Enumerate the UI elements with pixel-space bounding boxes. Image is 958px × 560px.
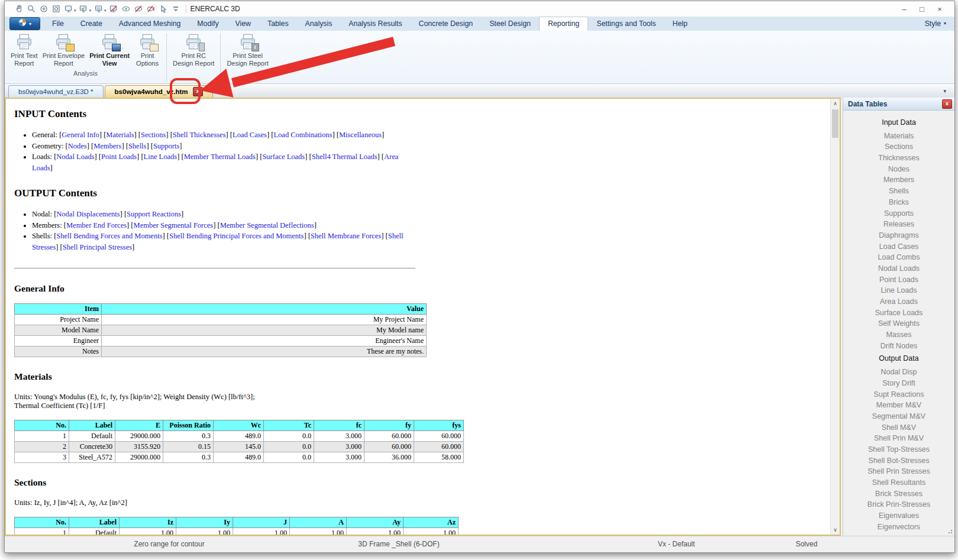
report-link[interactable]: Shell Bending Forces and Moments <box>56 232 162 240</box>
scroll-down-arrow[interactable]: ∨ <box>833 525 837 535</box>
panel-item-load-combs[interactable]: Load Combs <box>843 252 954 263</box>
print-rc-design-report-button[interactable]: Print RC Design Report <box>170 31 217 83</box>
panel-item-area-loads[interactable]: Area Loads <box>843 296 954 307</box>
minimize-button[interactable]: – <box>895 5 913 14</box>
report-link[interactable]: Shell Membrane Forces <box>311 232 381 240</box>
panel-item-nodal-loads[interactable]: Nodal Loads <box>843 263 954 274</box>
report-link[interactable]: Members <box>93 142 121 150</box>
tab-reporting[interactable]: Reporting <box>539 17 588 31</box>
panel-item-line-loads[interactable]: Line Loads <box>843 285 954 296</box>
report-link[interactable]: Support Reactions <box>127 210 181 218</box>
close-panel-button[interactable]: x <box>942 99 952 109</box>
panel-item-shells[interactable]: Shells <box>843 186 954 197</box>
panel-item-brick-stresses[interactable]: Brick Stresses <box>843 488 954 500</box>
tab-steel-design[interactable]: Steel Design <box>481 17 539 31</box>
tab-settings-and-tools[interactable]: Settings and Tools <box>588 17 664 31</box>
style-button[interactable]: Style ▾ <box>925 17 946 31</box>
close-tab-button[interactable]: x <box>193 87 203 96</box>
panel-group-output-data[interactable]: Output Data <box>843 353 954 364</box>
panel-item-masses[interactable]: Masses <box>843 329 954 341</box>
scrollbar-thumb[interactable] <box>832 109 838 138</box>
report-link[interactable]: Point Loads <box>101 153 137 161</box>
panel-item-drift-nodes[interactable]: Drift Nodes <box>843 341 954 352</box>
panel-item-shell-bot-stresses[interactable]: Shell Bot-Stresses <box>843 455 954 467</box>
report-link[interactable]: Shell Thicknesses <box>173 131 226 139</box>
tab-modify[interactable]: Modify <box>189 17 227 31</box>
panel-item-shell-prin-mv[interactable]: Shell Prin M&V <box>843 433 954 444</box>
tab-analysis-results[interactable]: Analysis Results <box>340 17 410 31</box>
report-link[interactable]: Sections <box>141 131 166 139</box>
panel-item-eigenvectors[interactable]: Eigenvectors <box>843 522 954 533</box>
tab-file[interactable]: File <box>44 17 72 31</box>
panel-item-releases[interactable]: Releases <box>843 219 954 230</box>
pan-icon[interactable] <box>13 4 24 14</box>
report-link[interactable]: Nodes <box>68 142 87 150</box>
report-link[interactable]: Member Thermal Loads <box>184 153 256 161</box>
report-link[interactable]: Load Cases <box>233 131 267 139</box>
vertical-scrollbar[interactable]: ∧ ∨ <box>830 99 840 535</box>
panel-item-story-drift[interactable]: Story Drift <box>843 378 954 389</box>
zoom-extents-icon[interactable] <box>38 4 49 14</box>
panel-item-brick-prin-stresses[interactable]: Brick Prin-Stresses <box>843 499 954 510</box>
hide-unselected-icon[interactable] <box>146 4 157 14</box>
panel-item-diaphragms[interactable]: Diaphragms <box>843 230 954 241</box>
report-link[interactable]: Supports <box>153 142 179 150</box>
panel-item-nodal-disp[interactable]: Nodal Disp <box>843 367 954 378</box>
panel-item-supt-reactions[interactable]: Supt Reactions <box>843 389 954 400</box>
hide-selected-icon[interactable] <box>133 4 144 14</box>
report-link[interactable]: Member Segmental Forces <box>134 221 214 229</box>
zoom-window-icon[interactable] <box>50 4 62 14</box>
tab-tables[interactable]: Tables <box>259 17 297 31</box>
report-link[interactable]: Load Combinations <box>273 131 332 139</box>
print-steel-design-report-button[interactable]: Print Steel Design Report <box>224 31 270 83</box>
report-link[interactable]: Shell Principal Stresses <box>63 243 132 251</box>
print-text-report-button[interactable]: Print Text Report <box>8 31 40 67</box>
load-display-icon[interactable] <box>78 4 89 14</box>
tab-concrete-design[interactable]: Concrete Design <box>411 17 482 31</box>
panel-item-members[interactable]: Members <box>843 174 954 186</box>
panel-item-load-cases[interactable]: Load Cases <box>843 241 954 253</box>
report-link[interactable]: Materials <box>106 131 134 139</box>
report-link[interactable]: Member Segmental Deflections <box>220 221 314 229</box>
tab-advanced-meshing[interactable]: Advanced Meshing <box>111 17 189 31</box>
contour-off-icon[interactable] <box>108 4 120 14</box>
report-link[interactable]: Shell Bending Principal Forces and Momen… <box>169 232 304 240</box>
dropdown-caret-icon[interactable]: ▾ <box>104 8 107 13</box>
report-link[interactable]: Line Loads <box>144 153 178 161</box>
report-link[interactable]: Shells <box>128 142 147 150</box>
report-link[interactable]: General Info <box>62 131 99 139</box>
model-display-icon[interactable] <box>63 4 74 14</box>
select-pointer-icon[interactable] <box>158 4 169 14</box>
panel-item-supports[interactable]: Supports <box>843 208 954 219</box>
panel-item-materials[interactable]: Materials <box>843 131 954 142</box>
tab-analysis[interactable]: Analysis <box>297 17 341 31</box>
panel-item-shell-mv[interactable]: Shell M&V <box>843 422 954 433</box>
qat-customize-icon[interactable] <box>170 4 182 14</box>
report-link[interactable]: Shell4 Thermal Loads <box>312 153 378 161</box>
show-all-icon[interactable] <box>121 4 132 14</box>
report-link[interactable]: Miscellaneous <box>339 131 382 139</box>
zoom-icon[interactable] <box>25 4 37 14</box>
report-link[interactable]: Nodal Displacements <box>56 210 120 218</box>
panel-item-sections[interactable]: Sections <box>843 141 954 153</box>
panel-group-input-data[interactable]: Input Data <box>843 117 954 128</box>
panel-item-thicknesses[interactable]: Thicknesses <box>843 153 954 164</box>
result-display-icon[interactable] <box>93 4 104 14</box>
close-window-button[interactable]: × <box>931 5 949 14</box>
tab-create[interactable]: Create <box>72 17 111 31</box>
panel-item-shell-resultants[interactable]: Shell Resultants <box>843 477 954 488</box>
panel-item-member-mv[interactable]: Member M&V <box>843 400 954 411</box>
panel-item-shell-top-stresses[interactable]: Shell Top-Stresses <box>843 444 954 455</box>
scroll-up-arrow[interactable]: ∧ <box>833 99 837 108</box>
panel-item-segmental-mv[interactable]: Segmental M&V <box>843 411 954 422</box>
panel-item-point-loads[interactable]: Point Loads <box>843 274 954 286</box>
tab-help[interactable]: Help <box>665 17 696 31</box>
print-current-view-button[interactable]: Print Current View <box>87 31 132 67</box>
tab-list-dropdown[interactable]: ▾ <box>943 88 946 94</box>
print-envelope-report-button[interactable]: Print Envelope Report <box>40 31 88 67</box>
report-link[interactable]: Nodal Loads <box>56 153 94 161</box>
maximize-button[interactable]: □ <box>913 5 931 14</box>
report-link[interactable]: Member End Forces <box>66 221 127 229</box>
print-options-button[interactable]: Print Options <box>132 31 163 67</box>
tab-view[interactable]: View <box>227 17 259 31</box>
